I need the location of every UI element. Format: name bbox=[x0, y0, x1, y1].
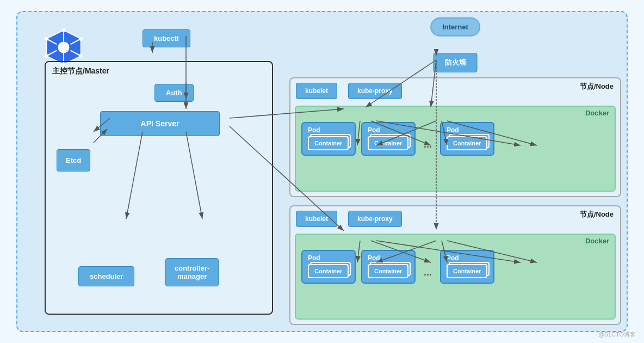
node2-label: 节点/Node bbox=[580, 210, 614, 219]
api-server-box: API Server bbox=[100, 111, 220, 136]
etcd-box: Etcd bbox=[57, 149, 90, 171]
container5: Container bbox=[368, 264, 408, 278]
pod2: Pod Container bbox=[361, 122, 416, 156]
svg-point-10 bbox=[79, 54, 83, 58]
dots2: ... bbox=[421, 267, 435, 278]
node1-label: 节点/Node bbox=[580, 82, 614, 91]
dots1: ... bbox=[421, 139, 435, 150]
scheduler-box: scheduler bbox=[78, 266, 134, 286]
watermark: @51CTO博客 bbox=[599, 330, 636, 339]
kubeproxy2-box: kube-proxy bbox=[348, 211, 402, 227]
kubelet2-box: kubelet bbox=[296, 211, 337, 227]
container3: Container bbox=[447, 136, 487, 150]
container4: Container bbox=[308, 264, 349, 278]
container-stack-1: Container bbox=[308, 136, 349, 150]
internet-label: Internet bbox=[430, 17, 480, 36]
node1-services: kubelet kube-proxy bbox=[296, 83, 402, 99]
kubeproxy1-box: kube-proxy bbox=[348, 83, 402, 99]
pod4: Pod Container bbox=[301, 250, 356, 284]
internet-cloud: Internet bbox=[430, 17, 480, 36]
container-stack-6: Container bbox=[447, 264, 487, 278]
master-label: 主控节点/Master bbox=[52, 66, 109, 76]
container-stack-2: Container bbox=[368, 136, 408, 150]
docker2-label: Docker bbox=[585, 237, 609, 245]
docker-area-2: Docker Pod Container Pod bbox=[295, 234, 616, 320]
svg-point-1 bbox=[58, 42, 70, 53]
container-stack-4: Container bbox=[308, 264, 349, 278]
firewall-box: 防火墙 bbox=[434, 53, 478, 72]
container2: Container bbox=[368, 136, 408, 150]
container6: Container bbox=[447, 264, 487, 278]
docker-area-1: Docker Pod Container Pod bbox=[295, 106, 616, 192]
container-stack-3: Container bbox=[447, 136, 487, 150]
pod5: Pod Container bbox=[361, 250, 416, 284]
svg-point-13 bbox=[45, 37, 48, 41]
container-stack-5: Container bbox=[368, 264, 408, 278]
docker1-label: Docker bbox=[585, 109, 609, 117]
pod1: Pod Container bbox=[301, 122, 356, 156]
kubectl-box: kubectl bbox=[143, 29, 190, 47]
pod3: Pod Container bbox=[440, 122, 494, 156]
container1: Container bbox=[308, 136, 349, 150]
svg-point-8 bbox=[62, 28, 66, 32]
node1-box: 节点/Node kubelet kube-proxy Docker Pod bbox=[289, 77, 621, 197]
svg-point-9 bbox=[79, 37, 83, 41]
node2-box: 节点/Node kubelet kube-proxy Docker Pod bbox=[289, 205, 621, 325]
kubelet1-box: kubelet bbox=[296, 83, 337, 99]
main-container: kubectl 主控节点/Master Auth API Server Etcd… bbox=[16, 11, 628, 332]
pods-row-2: Pod Container Pod Container bbox=[301, 250, 609, 284]
master-section: 主控节点/Master Auth API Server Etcd schedul… bbox=[45, 61, 273, 315]
svg-point-12 bbox=[45, 54, 48, 58]
controller-manager-box: controller- manager bbox=[165, 258, 219, 286]
auth-box: Auth bbox=[154, 84, 194, 102]
nodes-area: Internet 防火墙 节点/Node kubelet kube-proxy … bbox=[289, 17, 621, 326]
node2-services: kubelet kube-proxy bbox=[296, 211, 402, 227]
pods-row-1: Pod Container Pod Container bbox=[301, 122, 609, 156]
pod6: Pod Container bbox=[440, 250, 494, 284]
